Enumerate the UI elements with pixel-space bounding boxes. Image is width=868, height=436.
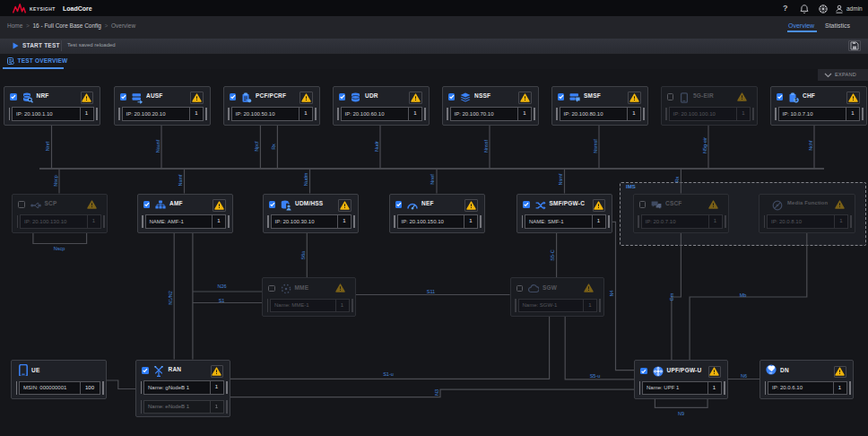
svg-text:Nsmsf: Nsmsf (593, 139, 598, 153)
svg-text:Gm: Gm (669, 292, 674, 301)
svg-text:S1-u: S1-u (383, 371, 394, 377)
svg-text:S6a: S6a (300, 250, 306, 260)
svg-text:Nnrf: Nnrf (45, 141, 50, 151)
svg-text:Namf: Namf (178, 174, 183, 187)
svg-text:Npcf: Npcf (254, 141, 259, 152)
svg-text:Nchf: Nchf (808, 140, 813, 151)
svg-text:Nudr: Nudr (374, 141, 379, 152)
svg-text:Rx: Rx (271, 144, 276, 150)
svg-text:S5-C: S5-C (550, 249, 555, 261)
svg-text:N3: N3 (434, 389, 439, 396)
svg-text:Nscp: Nscp (53, 175, 58, 187)
svg-text:Nnssf: Nnssf (483, 140, 489, 153)
svg-text:S5-u: S5-u (590, 373, 601, 379)
svg-text:N4: N4 (609, 290, 614, 296)
svg-text:N26: N26 (217, 283, 226, 289)
svg-text:S1: S1 (219, 298, 225, 303)
svg-text:N6: N6 (741, 373, 747, 379)
svg-text:Nsmf: Nsmf (558, 173, 563, 185)
svg-text:Nscp: Nscp (54, 246, 65, 251)
svg-text:Nudm: Nudm (303, 172, 308, 186)
svg-text:N1/N2: N1/N2 (168, 291, 173, 305)
svg-text:Rx: Rx (674, 176, 680, 182)
svg-text:Nnef: Nnef (430, 174, 435, 185)
svg-text:N9: N9 (678, 411, 684, 416)
svg-text:N5g-eir: N5g-eir (702, 137, 707, 153)
svg-text:Nausf: Nausf (155, 139, 161, 153)
svg-text:Mb: Mb (740, 292, 747, 298)
svg-text:S11: S11 (427, 289, 435, 294)
